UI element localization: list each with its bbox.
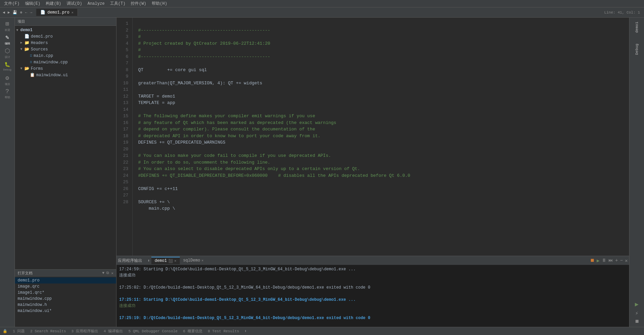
code-content[interactable]: #---------------------------------------… [133, 18, 629, 256]
pause-icon[interactable]: ⏸ [602, 258, 606, 264]
sidebar-item-help[interactable]: ? 帮助 [1, 87, 14, 100]
tree-item-sources[interactable]: ▼ 📂 Sources [15, 46, 116, 53]
file-tab-name: demo1.pro [47, 10, 69, 15]
run-debug-button[interactable]: ⚡ [635, 310, 639, 317]
tree-item-demo1pro[interactable]: 📄 demo1.pro [15, 33, 116, 40]
output-line-4: 17:25:02: D:/QtCode/build-demo1-Desktop_… [119, 285, 626, 291]
tree-item-forms[interactable]: ▼ 📂 Forms [15, 65, 116, 72]
design-icon: ⬡ [5, 47, 10, 55]
tree-item-maincpp[interactable]: ∷ main.cpp [15, 53, 116, 59]
bottom-panel: 应用程序输出 ⬆ demo1 ⬛ ✕ sqlDemo ✕ ⏹ ▶ ⏸ ⏭ + [116, 256, 629, 327]
open-docs-icon3[interactable]: ✕ [111, 271, 113, 275]
bottom-tab-demo1-close[interactable]: ✕ [174, 259, 176, 263]
open-docs-panel: 打开文档 ▼ ⧉ ✕ demo1.pro image.qrc image1.qr… [15, 269, 116, 327]
menu-debug[interactable]: 调试(D) [64, 1, 85, 6]
output-line-3 [119, 278, 626, 285]
tree-item-mainwindowui[interactable]: 📋 mainwindow.ui [15, 72, 116, 78]
project-panel: 项目 ▼ demo1 📄 demo1.pro [15, 18, 116, 327]
project-icon: ⚙ [5, 74, 9, 82]
file-icon: 📄 [24, 34, 29, 39]
run-icon[interactable]: ▶ [597, 258, 599, 264]
doc-item-image1qrc[interactable]: image1.qrc* [15, 290, 116, 296]
line-numbers: 12345 678910 1112131415 1617181920 21222… [116, 18, 133, 256]
open-docs-header: 打开文档 ▼ ⧉ ✕ [15, 270, 116, 277]
status-search-results[interactable]: 2 Search Results [30, 329, 66, 333]
menu-analyze[interactable]: Analyze [85, 1, 107, 6]
tree-item-mainwindowcpp[interactable]: ∷ mainwindow.cpp [15, 59, 116, 65]
menu-edit[interactable]: 编辑(E) [22, 1, 43, 6]
open-docs-title: 打开文档 [18, 271, 33, 276]
right-sidebar-debug[interactable]: Debug [635, 41, 639, 58]
status-app-output[interactable]: 3 应用程序输出 [71, 329, 98, 334]
doc-item-imageqrc[interactable]: image.qrc [15, 284, 116, 290]
design-label: 设计 [5, 55, 10, 59]
status-overview[interactable]: 6 概要信息 [183, 329, 202, 334]
tree-item-demo1[interactable]: ▼ demo1 [15, 27, 116, 33]
menu-help[interactable]: 帮助(H) [149, 1, 170, 6]
sidebar-item-project[interactable]: ⚙ 项目 [1, 74, 14, 86]
run-button[interactable]: ▶ [635, 300, 639, 308]
file-tab-close[interactable]: ✕ [71, 11, 73, 15]
cpp-icon: ∷ [30, 60, 32, 65]
bottom-tab-sqldemo[interactable]: sqlDemo ✕ [180, 257, 207, 264]
project-panel-top: 项目 ▼ demo1 📄 demo1.pro [15, 18, 116, 269]
open-docs-list: demo1.pro image.qrc image1.qrc* mainwind… [15, 277, 116, 327]
right-sidebar: demo1 Debug ▶ ⚡ ⏹ [629, 18, 644, 327]
toolbar-arrow-right[interactable]: → [28, 10, 34, 15]
file-tab-demo1pro[interactable]: 📄 demo1.pro ✕ [36, 9, 78, 16]
panel-close-icon[interactable]: ✕ [625, 258, 628, 264]
status-issues[interactable]: 1 问题 [13, 329, 25, 334]
menu-file[interactable]: 文件(F) [1, 1, 22, 6]
file-tree: ▼ demo1 📄 demo1.pro ► 📁 Headers [15, 26, 116, 269]
bottom-tab-sqldemo-close[interactable]: ✕ [201, 258, 203, 263]
bottom-tab-demo1[interactable]: demo1 ⬛ ✕ [151, 257, 180, 264]
doc-item-mainwindowcpp[interactable]: mainwindow.cpp [15, 296, 116, 302]
menu-build[interactable]: 构建(B) [43, 1, 64, 6]
doc-item-mainwindowui[interactable]: mainwindow.ui* [15, 308, 116, 314]
sidebar-item-welcome[interactable]: ⊞ 欢迎 [1, 20, 14, 32]
doc-item-mainwindowh[interactable]: mainwindow.h [15, 302, 116, 308]
status-qml-debug[interactable]: 5 QML Debugger Console [128, 329, 177, 333]
help-icon: ? [5, 88, 9, 95]
code-editor[interactable]: 12345 678910 1112131415 1617181920 21222… [116, 18, 629, 256]
right-sidebar-demo1[interactable]: demo1 [635, 19, 639, 36]
doc-item-demo1pro[interactable]: demo1.pro [15, 277, 116, 284]
edit-icon: ✎ [5, 34, 9, 41]
menu-bar: 文件(F) 编辑(E) 构建(B) 调试(D) Analyze 工具(T) 控件… [0, 0, 644, 7]
add-icon[interactable]: + [615, 258, 618, 264]
step-icon[interactable]: ⏭ [608, 258, 613, 264]
sidebar-item-design[interactable]: ⬡ 设计 [1, 47, 14, 59]
toolbar-save[interactable]: 💾 [11, 9, 19, 15]
output-line-6: 17:25:11: Starting D:\QtCode\build-demo1… [119, 297, 626, 303]
status-test-results[interactable]: 8 Test Results [208, 329, 239, 333]
tree-item-headers[interactable]: ► 📁 Headers [15, 40, 116, 46]
tree-node-label: mainwindow.cpp [34, 60, 68, 65]
bottom-panel-header: 应用程序输出 ⬆ demo1 ⬛ ✕ sqlDemo ✕ ⏹ ▶ ⏸ ⏭ + [116, 256, 629, 265]
open-docs-icon2[interactable]: ⧉ [106, 271, 109, 275]
status-compile-output[interactable]: 4 编译输出 [104, 329, 123, 334]
status-up-arrow[interactable]: ⬆ [244, 329, 247, 333]
menu-tools[interactable]: 工具(T) [107, 1, 128, 6]
menu-controls[interactable]: 控件(W) [128, 1, 149, 6]
stop-run-button[interactable]: ⏹ [635, 319, 639, 324]
output-line-2: 连接成功 [119, 272, 626, 278]
tree-node-label: Sources [31, 47, 48, 52]
editor-area: 12345 678910 1112131415 1617181920 21222… [116, 18, 629, 327]
bottom-tab-demo1-label: demo1 [155, 258, 167, 263]
toolbar-back[interactable]: ◀ [1, 9, 6, 15]
sidebar-item-edit[interactable]: ✎ 编辑 [1, 33, 14, 45]
ui-icon: 📋 [30, 72, 35, 78]
stop-icon[interactable]: ⏹ [590, 258, 595, 264]
toolbar-new[interactable]: ⊕ [19, 9, 24, 15]
open-docs-icon1[interactable]: ▼ [102, 271, 105, 275]
cpp-icon: ∷ [30, 53, 32, 58]
output-line-1: 17:24:59: Starting D:\QtCode\build-demo1… [119, 266, 626, 272]
folder-icon: 📁 [24, 40, 29, 45]
main-area: ⊞ 欢迎 ✎ 编辑 ⬡ 设计 🐛 Debug ⚙ 项目 ? 帮助 项目 [0, 18, 644, 327]
minus-icon[interactable]: − [620, 258, 623, 264]
toolbar-arrow-left[interactable]: ← [24, 10, 29, 15]
toolbar-forward[interactable]: ▶ [6, 9, 12, 15]
output-line-5 [119, 291, 626, 297]
bottom-panel-icon1[interactable]: ⬆ [146, 258, 151, 264]
sidebar-item-debug[interactable]: 🐛 Debug [1, 60, 14, 72]
